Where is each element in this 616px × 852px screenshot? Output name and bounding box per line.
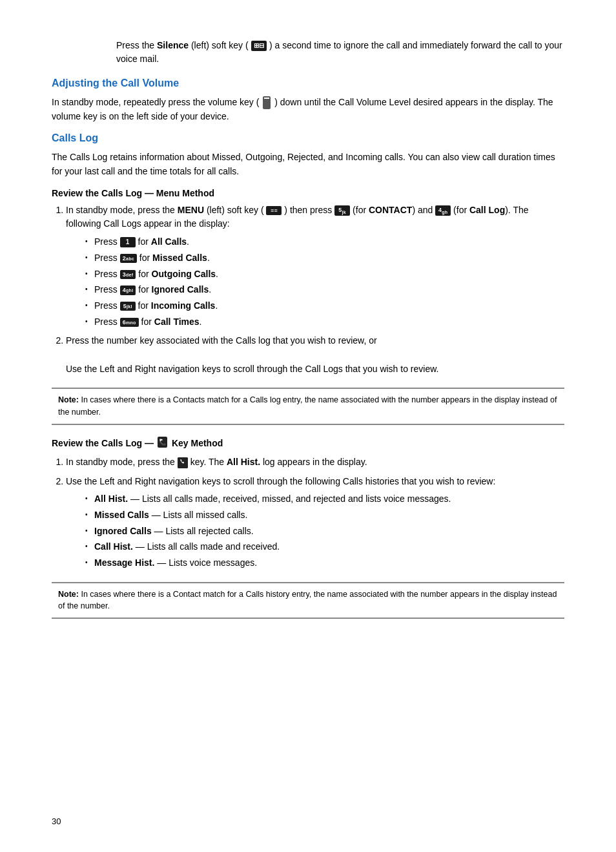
key-bullet-ignored-calls: Ignored Calls — Lists all rejected calls… bbox=[85, 525, 564, 539]
menu-step-1: In standby mode, press the MENU (left) s… bbox=[66, 203, 564, 329]
review-menu-heading: Review the Calls Log — Menu Method bbox=[52, 188, 564, 198]
key-bullet-call-hist: Call Hist. — Lists all calls made and re… bbox=[85, 540, 564, 554]
bullet-missed-calls: Press 2abc for Missed Calls. bbox=[85, 251, 564, 265]
note2-text: In cases where there is a Contact match … bbox=[58, 590, 557, 611]
silence-bold: Silence bbox=[157, 40, 189, 50]
adjusting-heading: Adjusting the Call Volume bbox=[52, 78, 564, 89]
intro-paragraph: Press the Silence (left) soft key ( ⊞⊟ )… bbox=[52, 39, 564, 66]
key-1: 1 bbox=[120, 237, 136, 247]
menu-method-steps: In standby mode, press the MENU (left) s… bbox=[52, 203, 564, 377]
page-number: 30 bbox=[52, 816, 61, 826]
note-box-2: Note: In cases where there is a Contact … bbox=[52, 582, 564, 619]
key-6: 6mno bbox=[120, 318, 139, 327]
key-step-2: Use the Left and Right navigation keys t… bbox=[66, 475, 564, 570]
bullet-call-times: Press 6mno for Call Times. bbox=[85, 315, 564, 329]
menu-step-2: Press the number key associated with the… bbox=[66, 334, 564, 376]
key-bullet-message-hist: Message Hist. — Lists voice messages. bbox=[85, 556, 564, 570]
key-5: 5jkl bbox=[120, 302, 136, 311]
key-2: 2abc bbox=[120, 254, 137, 264]
calls-log-heading: Calls Log bbox=[52, 132, 564, 144]
note2-bold: Note: bbox=[58, 590, 79, 599]
note1-bold: Note: bbox=[58, 395, 79, 404]
adjusting-body: In standby mode, repeatedly press the vo… bbox=[52, 96, 564, 123]
review-key-heading: Review the Calls Log — 📞 Key Method bbox=[52, 437, 564, 450]
key-bullet-missed-calls: Missed Calls — Lists all missed calls. bbox=[85, 508, 564, 523]
calls-log-key-icon: 📞 bbox=[158, 437, 168, 450]
key-method-steps: In standby mode, press the key. The All … bbox=[52, 455, 564, 570]
four-ghi-key: 4gh bbox=[435, 205, 451, 216]
page: Press the Silence (left) soft key ( ⊞⊟ )… bbox=[0, 0, 616, 852]
key-4: 4ghi bbox=[120, 286, 136, 295]
five-jkl-key: 5jk bbox=[334, 205, 350, 216]
calls-key-inline-icon bbox=[178, 457, 188, 468]
calls-log-body: The Calls Log retains information about … bbox=[52, 151, 564, 178]
key-method-bullets: All Hist. — Lists all calls made, receiv… bbox=[66, 492, 564, 570]
key-3: 3def bbox=[120, 270, 136, 280]
bullet-incoming-calls: Press 5jkl for Incoming Calls. bbox=[85, 299, 564, 313]
bullet-all-calls: Press 1 for All Calls. bbox=[85, 235, 564, 249]
key-step-1: In standby mode, press the key. The All … bbox=[66, 455, 564, 470]
call-log-bullets: Press 1 for All Calls. Press 2abc for Mi… bbox=[66, 235, 564, 329]
note1-text: In cases where there is a Contacts match… bbox=[58, 395, 557, 417]
intro-text-mid: (left) soft key ( bbox=[191, 40, 249, 50]
volume-key-inline bbox=[263, 96, 271, 109]
menu-key-icon: ≡≡ bbox=[266, 206, 282, 216]
key-bullet-all-hist: All Hist. — Lists all calls made, receiv… bbox=[85, 492, 564, 506]
silence-key-icon: ⊞⊟ bbox=[251, 41, 267, 51]
note-box-1: Note: In cases where there is a Contacts… bbox=[52, 388, 564, 425]
bullet-outgoing-calls: Press 3def for Outgoing Calls. bbox=[85, 267, 564, 282]
bullet-ignored-calls: Press 4ghi for Ignored Calls. bbox=[85, 283, 564, 297]
